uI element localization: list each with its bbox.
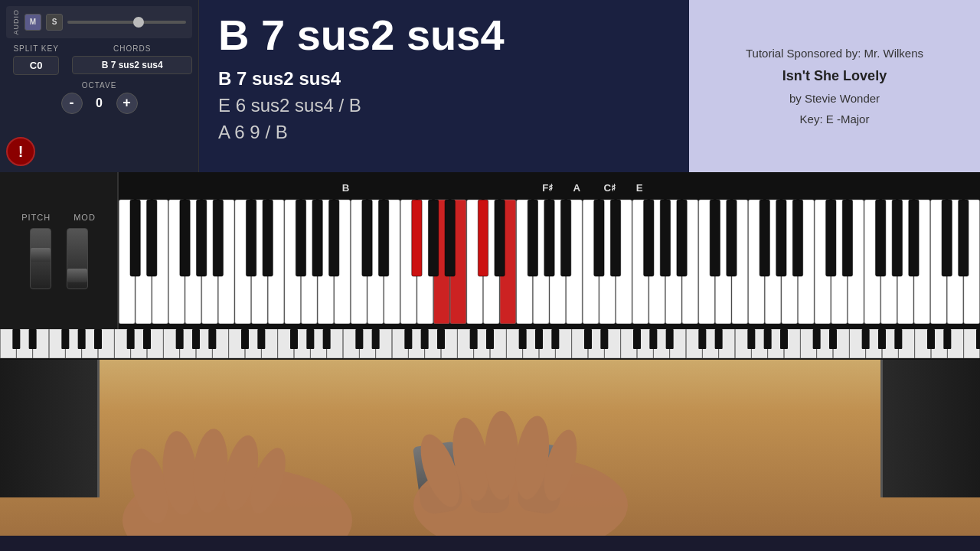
audio-bar: AUDIO M S	[6, 6, 192, 38]
svg-rect-54	[130, 200, 140, 276]
svg-rect-197	[927, 329, 935, 349]
svg-rect-86	[876, 200, 886, 276]
m-button[interactable]: M	[24, 14, 41, 31]
svg-rect-169	[290, 329, 298, 349]
octave-section: OCTAVE - 0 +	[6, 81, 192, 114]
svg-rect-186	[666, 329, 674, 349]
svg-rect-196	[894, 329, 902, 349]
svg-rect-164	[176, 329, 184, 349]
mod-slider-knob	[67, 269, 87, 282]
octave-minus-button[interactable]: -	[61, 93, 83, 114]
svg-rect-73	[560, 200, 570, 276]
svg-rect-191	[780, 329, 788, 349]
piano-keyboard: BF♯AC♯E	[119, 178, 980, 324]
audio-slider-track	[67, 21, 186, 24]
svg-rect-79	[710, 200, 720, 276]
svg-rect-161	[94, 329, 102, 349]
piano-left-column	[0, 360, 100, 497]
svg-rect-163	[143, 329, 151, 349]
sponsor-line1: Tutorial Sponsored by: Mr. Wilkens	[746, 43, 923, 64]
svg-rect-177	[470, 329, 478, 349]
svg-rect-82	[776, 200, 786, 276]
sponsor-line3: by Stevie Wonder	[746, 88, 923, 109]
top-panel: AUDIO M S SPLIT KEY C0 CHORDS B 7 sus2 s…	[0, 0, 980, 172]
svg-rect-175	[421, 329, 429, 349]
svg-rect-190	[764, 329, 772, 349]
audio-label: AUDIO	[12, 9, 20, 35]
octave-plus-button[interactable]: +	[116, 93, 138, 114]
svg-rect-72	[544, 200, 554, 276]
keyboard-section: PITCH MOD	[0, 172, 980, 329]
svg-rect-184	[633, 329, 641, 349]
svg-rect-159	[61, 329, 69, 349]
svg-rect-70	[495, 200, 505, 276]
sponsor-title: Isn't She Lovely	[746, 64, 923, 88]
sponsor-panel: Tutorial Sponsored by: Mr. Wilkens Isn't…	[689, 0, 980, 172]
svg-rect-57	[197, 200, 207, 276]
chord-line-1: B 7 sus2 sus4	[218, 67, 670, 90]
chords-box: CHORDS B 7 sus2 sus4	[72, 44, 192, 75]
svg-text:F♯: F♯	[542, 182, 553, 194]
svg-rect-172	[355, 329, 363, 349]
svg-rect-192	[813, 329, 821, 349]
pitch-slider-knob	[31, 248, 51, 262]
split-key-value: C0	[13, 56, 59, 75]
svg-rect-63	[329, 200, 339, 276]
svg-text:A: A	[573, 182, 581, 194]
svg-text:C♯: C♯	[603, 182, 616, 194]
svg-rect-56	[180, 200, 190, 276]
left-controls: AUDIO M S SPLIT KEY C0 CHORDS B 7 sus2 s…	[0, 0, 199, 172]
svg-rect-75	[610, 200, 620, 276]
split-chords-section: SPLIT KEY C0 CHORDS B 7 sus2 sus4	[6, 44, 192, 75]
svg-rect-74	[594, 200, 604, 276]
svg-rect-194	[862, 329, 870, 349]
svg-rect-84	[826, 200, 836, 276]
svg-rect-193	[829, 329, 837, 349]
svg-rect-179	[519, 329, 527, 349]
svg-rect-189	[747, 329, 755, 349]
svg-rect-182	[584, 329, 592, 349]
pm-sliders	[30, 228, 88, 289]
svg-rect-198	[943, 329, 951, 349]
svg-rect-199	[976, 329, 980, 349]
svg-rect-158	[29, 329, 37, 349]
sponsor-text: Tutorial Sponsored by: Mr. Wilkens Isn't…	[746, 43, 923, 129]
svg-rect-60	[263, 200, 273, 276]
svg-rect-80	[727, 200, 737, 276]
svg-rect-76	[644, 200, 654, 276]
svg-rect-65	[379, 200, 389, 276]
svg-rect-167	[241, 329, 249, 349]
svg-rect-59	[246, 200, 256, 276]
chord-line-2: E 6 sus2 sus4 / B	[218, 93, 670, 117]
pitch-slider-track[interactable]	[30, 228, 51, 289]
svg-rect-165	[192, 329, 200, 349]
pitch-slider-container	[30, 228, 51, 289]
svg-rect-90	[959, 200, 969, 276]
svg-rect-64	[362, 200, 372, 276]
audio-slider-thumb[interactable]	[133, 17, 144, 28]
svg-rect-67	[428, 200, 438, 276]
chord-list: B 7 sus2 sus4 E 6 sus2 sus4 / B A 6 9 / …	[218, 67, 670, 145]
svg-rect-170	[306, 329, 314, 349]
svg-rect-173	[372, 329, 380, 349]
svg-rect-77	[660, 200, 670, 276]
svg-text:E: E	[636, 182, 643, 194]
mod-slider-track[interactable]	[67, 228, 88, 289]
mod-label: MOD	[74, 213, 96, 222]
svg-rect-187	[698, 329, 706, 349]
mod-slider-container	[67, 228, 88, 289]
svg-rect-176	[437, 329, 445, 349]
svg-rect-185	[649, 329, 657, 349]
svg-rect-183	[600, 329, 608, 349]
piano-right-column	[880, 360, 980, 497]
alert-button[interactable]: !	[6, 137, 35, 166]
svg-rect-160	[78, 329, 86, 349]
svg-rect-68	[445, 200, 455, 276]
svg-rect-157	[12, 329, 20, 349]
s-button[interactable]: S	[46, 14, 63, 31]
pitch-mod-panel: PITCH MOD	[0, 172, 119, 329]
svg-rect-61	[296, 200, 305, 276]
svg-rect-166	[208, 329, 216, 349]
piano-svg: BF♯AC♯E	[119, 178, 980, 324]
pm-labels: PITCH MOD	[21, 213, 96, 222]
